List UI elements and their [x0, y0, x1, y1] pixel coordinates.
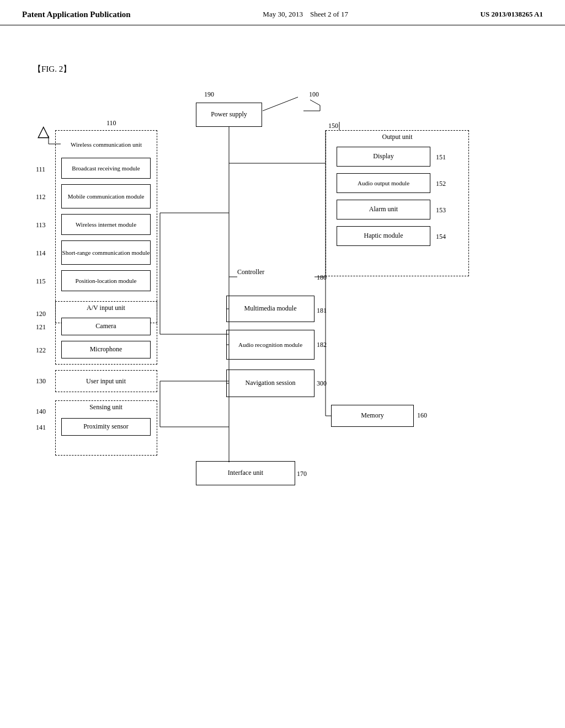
display-box: Display	[337, 147, 430, 167]
label-300: 300	[317, 379, 327, 388]
label-140: 140	[36, 408, 46, 416]
wireless-internet-box: Wireless internet module	[61, 214, 151, 235]
header-date: May 30, 2013	[263, 10, 303, 18]
label-130: 130	[36, 377, 46, 386]
alarm-unit-box: Alarm unit	[337, 200, 430, 220]
diagram-area: 【FIG. 2】 △ Power supply 190 100 Wireless…	[0, 25, 565, 720]
label-100: 100	[309, 90, 319, 99]
label-110: 110	[106, 119, 116, 127]
label-111: 111	[36, 165, 45, 174]
sensing-unit-label: Sensing unit	[61, 403, 151, 414]
wireless-comm-label: Wireless communication unit	[58, 133, 154, 156]
header-center: May 30, 2013 Sheet 2 of 17	[263, 10, 348, 19]
broadcast-box: Broadcast receiving module	[61, 158, 151, 179]
label-182: 182	[317, 341, 327, 349]
fig-label: 【FIG. 2】	[33, 64, 71, 74]
svg-line-25	[310, 100, 320, 105]
label-170: 170	[297, 470, 307, 478]
av-input-label: A/V input unit	[61, 304, 151, 315]
position-location-box: Position-location module	[61, 270, 151, 291]
camera-box: Camera	[61, 318, 151, 335]
microphone-box: Microphone	[61, 341, 151, 358]
label-115: 115	[36, 277, 46, 286]
label-152: 152	[436, 180, 446, 188]
label-141: 141	[36, 424, 46, 432]
label-121: 121	[36, 323, 46, 331]
memory-box: Memory	[331, 405, 414, 427]
label-181: 181	[317, 307, 327, 315]
label-112: 112	[36, 193, 46, 201]
label-154: 154	[436, 233, 446, 241]
multimedia-box: Multimedia module	[226, 296, 315, 322]
label-190: 190	[204, 90, 214, 99]
label-122: 122	[36, 346, 46, 355]
proximity-sensor-box: Proximity sensor	[61, 418, 151, 436]
power-supply-box: Power supply	[196, 103, 262, 127]
controller-label: Controller	[237, 268, 315, 285]
label-113: 113	[36, 221, 46, 229]
label-160: 160	[417, 411, 427, 420]
page-header: Patent Application Publication May 30, 2…	[0, 0, 565, 25]
short-range-box: Short-range communication module	[61, 240, 151, 265]
navigation-session-box: Navigation session	[226, 370, 315, 397]
svg-line-3	[263, 97, 298, 111]
label-150: 150	[328, 122, 338, 130]
label-114: 114	[36, 249, 46, 258]
label-120: 120	[36, 310, 46, 318]
header-right: US 2013/0138265 A1	[481, 10, 543, 19]
mobile-comm-box: Mobile communication module	[61, 184, 151, 208]
header-sheet: Sheet 2 of 17	[310, 10, 348, 18]
label-153: 153	[436, 206, 446, 215]
audio-recognition-box: Audio recognition module	[226, 330, 315, 360]
output-unit-label: Output unit	[348, 133, 447, 144]
user-input-label: User input unit	[61, 373, 151, 389]
header-left: Patent Application Publication	[22, 10, 131, 19]
haptic-module-box: Haptic module	[337, 226, 430, 246]
antenna-icon: △	[38, 122, 50, 140]
interface-unit-box: Interface unit	[196, 461, 295, 485]
label-151: 151	[436, 153, 446, 162]
audio-output-box: Audio output module	[337, 173, 430, 193]
label-180: 180	[317, 274, 327, 282]
